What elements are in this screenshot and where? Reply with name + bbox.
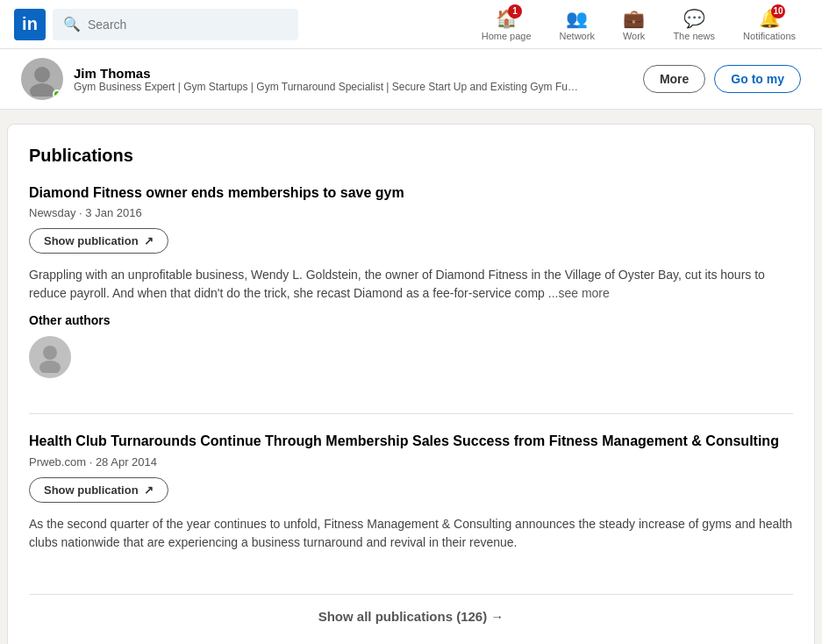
- network-icon: 👥: [566, 8, 588, 29]
- work-icon-wrap: 💼: [624, 8, 645, 29]
- publication-item-1: Diamond Fitness owner ends memberships t…: [29, 183, 793, 396]
- notifications-icon-wrap: 🔔 10: [759, 8, 780, 29]
- show-pub1-label: Show publication: [44, 234, 139, 247]
- pub2-date: 28 Apr 2014: [96, 455, 157, 469]
- pub1-title: Diamond Fitness owner ends memberships t…: [29, 183, 793, 203]
- profile-headline: Gym Business Expert | Gym Startups | Gym…: [74, 81, 583, 93]
- svg-point-3: [39, 361, 61, 373]
- pub2-description: As the second quarter of the year contin…: [29, 515, 793, 552]
- show-publication-2-button[interactable]: Show publication ↗: [29, 477, 168, 503]
- homepage-icon-wrap: 🏠 1: [496, 8, 517, 29]
- homepage-badge: 1: [508, 4, 522, 18]
- show-publication-1-button[interactable]: Show publication ↗: [29, 228, 168, 254]
- online-indicator: [53, 89, 61, 98]
- nav-network[interactable]: 👥 Network: [547, 0, 607, 49]
- external-link-icon-1: ↗: [144, 234, 154, 247]
- profile-info: Jim Thomas Gym Business Expert | Gym Sta…: [74, 66, 633, 93]
- pub-divider: [29, 413, 793, 414]
- other-authors-label: Other authors: [29, 313, 793, 327]
- work-icon: 💼: [623, 8, 645, 29]
- pub2-source: Prweb.com: [29, 455, 86, 469]
- avatar[interactable]: [21, 58, 63, 100]
- pub2-meta: Prweb.com · 28 Apr 2014: [29, 455, 793, 469]
- work-label: Work: [623, 31, 645, 41]
- other-author-avatar[interactable]: [29, 336, 71, 378]
- svg-point-2: [43, 346, 57, 360]
- pub1-date: 3 Jan 2016: [85, 206, 141, 219]
- pub1-see-more[interactable]: ...see more: [548, 286, 610, 300]
- publications-card: Publications Diamond Fitness owner ends …: [7, 124, 815, 644]
- linkedin-logo[interactable]: in: [14, 9, 46, 40]
- pub1-meta: Newsday · 3 Jan 2016: [29, 206, 793, 219]
- profile-bar: Jim Thomas Gym Business Expert | Gym Sta…: [0, 49, 822, 110]
- news-icon-wrap: 💬: [683, 8, 704, 29]
- goto-my-button[interactable]: Go to my: [714, 65, 801, 93]
- homepage-label: Home page: [482, 31, 532, 41]
- search-input[interactable]: [88, 18, 288, 32]
- external-link-icon-2: ↗: [144, 483, 154, 497]
- other-author-image: [34, 341, 66, 373]
- main-content: Publications Diamond Fitness owner ends …: [0, 124, 822, 644]
- network-icon-wrap: 👥: [567, 8, 588, 29]
- pub1-source: Newsday: [29, 206, 75, 219]
- show-all-publications-link[interactable]: Show all publications (126) →: [29, 594, 793, 638]
- pub2-title: Health Club Turnarounds Continue Through…: [29, 432, 793, 451]
- notifications-label: Notifications: [743, 31, 796, 41]
- news-label: The news: [673, 31, 715, 41]
- nav-icons: 🏠 1 Home page 👥 Network 💼 Work 💬 The new…: [469, 0, 808, 49]
- network-label: Network: [560, 31, 595, 41]
- pub1-other-authors-section: Other authors: [29, 313, 793, 378]
- publications-title: Publications: [29, 146, 793, 166]
- pub1-description: Grappling with an unprofitable business,…: [29, 266, 793, 303]
- pub2-date-sep: ·: [89, 455, 96, 469]
- svg-point-1: [30, 83, 54, 97]
- show-pub2-label: Show publication: [44, 483, 139, 497]
- news-icon: 💬: [683, 8, 705, 29]
- search-bar[interactable]: 🔍: [53, 9, 298, 40]
- profile-actions: More Go to my: [643, 65, 801, 93]
- nav-work[interactable]: 💼 Work: [611, 0, 657, 49]
- navbar: in 🔍 🏠 1 Home page 👥 Network 💼 Work: [0, 0, 822, 49]
- svg-point-0: [34, 67, 50, 82]
- profile-name: Jim Thomas: [74, 66, 633, 81]
- nav-news[interactable]: 💬 The news: [661, 0, 727, 49]
- search-icon: 🔍: [63, 16, 81, 32]
- nav-notifications[interactable]: 🔔 10 Notifications: [731, 0, 808, 49]
- nav-homepage[interactable]: 🏠 1 Home page: [469, 0, 544, 49]
- more-button[interactable]: More: [643, 65, 705, 93]
- publication-item-2: Health Club Turnarounds Continue Through…: [29, 432, 793, 576]
- notifications-badge: 10: [771, 4, 785, 18]
